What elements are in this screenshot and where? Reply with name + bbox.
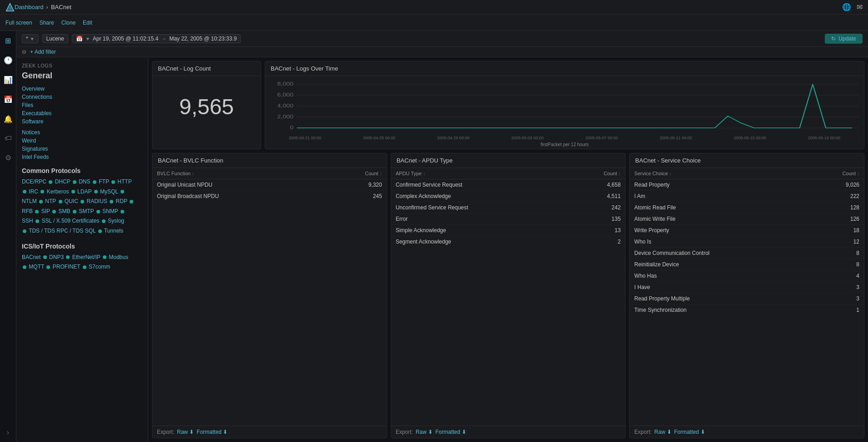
table-row[interactable]: Error135 xyxy=(391,213,626,225)
sidebar-link-overview[interactable]: Overview xyxy=(22,85,142,92)
proto-smb[interactable]: SMB xyxy=(59,208,71,214)
nav-icon-home[interactable]: ⊞ xyxy=(3,35,13,47)
apdu-export-raw[interactable]: Raw ⬇ xyxy=(416,429,433,435)
proto-sip[interactable]: SIP xyxy=(41,208,50,214)
proto-kerberos[interactable]: Kerberos xyxy=(47,188,69,195)
table-row[interactable]: I Am222 xyxy=(630,191,864,202)
table-row[interactable]: I Have3 xyxy=(630,282,864,293)
table-row[interactable]: Read Property9,026 xyxy=(630,179,864,191)
ics-protocol-list: BACnet DNP3 EtherNet/IP Modbus MQTT PROF… xyxy=(22,253,142,272)
table-row[interactable]: Simple Acknowledge13 xyxy=(391,225,626,236)
table-row[interactable]: Time Synchronization1 xyxy=(630,305,864,316)
proto-mqtt[interactable]: MQTT xyxy=(29,264,44,270)
globe-icon[interactable]: 🌐 xyxy=(842,3,851,11)
nav-icon-calendar[interactable]: 📅 xyxy=(2,93,15,106)
table-row[interactable]: Atomic Write File126 xyxy=(630,213,864,225)
edit-button[interactable]: Edit xyxy=(83,20,92,26)
proto-ssl[interactable]: SSL / X.509 Certificates xyxy=(41,218,99,224)
bvlc-export-raw[interactable]: Raw ⬇ xyxy=(177,429,194,435)
sort-icon[interactable]: ↕ xyxy=(669,171,671,176)
sort-icon[interactable]: ↕ xyxy=(618,171,621,176)
proto-dce-rpc[interactable]: DCE/RPC xyxy=(22,178,46,185)
sidebar-link-files[interactable]: Files xyxy=(22,102,142,109)
table-row[interactable]: Confirmed Service Request4,658 xyxy=(391,179,626,191)
nav-icon-clock[interactable]: 🕐 xyxy=(2,54,15,66)
proto-dns[interactable]: DNS xyxy=(79,178,90,185)
date-range-picker[interactable]: 📅 ▼ Apr 19, 2005 @ 11:02:15.4 → May 22, … xyxy=(72,34,241,43)
apdu-col1: APDU Type ↕ xyxy=(391,168,569,179)
sc-export-raw[interactable]: Raw ⬇ xyxy=(654,429,671,435)
sort-icon[interactable]: ↕ xyxy=(192,171,194,176)
table-row[interactable]: Unconfirmed Service Request242 xyxy=(391,202,626,213)
update-button[interactable]: ↻ Update xyxy=(825,34,863,44)
proto-mysql[interactable]: MySQL xyxy=(100,188,118,195)
sidebar-link-notices[interactable]: Notices xyxy=(22,129,142,136)
proto-syslog[interactable]: Syslog xyxy=(108,218,124,224)
proto-profinet[interactable]: PROFINET xyxy=(53,264,80,270)
share-button[interactable]: Share xyxy=(40,20,54,26)
proto-tds[interactable]: TDS / TDS RPC / TDS SQL xyxy=(29,228,96,234)
page-title: BACnet xyxy=(51,4,71,10)
sidebar-link-signatures[interactable]: Signatures xyxy=(22,145,142,152)
sort-icon[interactable]: ↕ xyxy=(380,171,382,176)
table-row[interactable]: Who Is12 xyxy=(630,236,864,248)
query-input-pill[interactable]: * ▼ xyxy=(22,34,39,43)
sidebar-link-weird[interactable]: Weird xyxy=(22,137,142,144)
proto-dhcp[interactable]: DHCP xyxy=(55,178,71,185)
mail-icon[interactable]: ✉ xyxy=(857,3,863,11)
proto-ftp[interactable]: FTP xyxy=(99,178,109,185)
sc-export-formatted[interactable]: Formatted ⬇ xyxy=(674,429,705,435)
proto-ssh[interactable]: SSH xyxy=(22,218,33,224)
proto-ntlm[interactable]: NTLM xyxy=(22,198,37,204)
sidebar-link-connections[interactable]: Connections xyxy=(22,93,142,101)
proto-smtp[interactable]: SMTP xyxy=(79,208,94,214)
table-row[interactable]: Atomic Read File128 xyxy=(630,202,864,213)
apdu-export-formatted[interactable]: Formatted ⬇ xyxy=(435,429,466,435)
bvlc-export-formatted[interactable]: Formatted ⬇ xyxy=(197,429,227,435)
nav-icon-alert[interactable]: 🔔 xyxy=(2,113,15,125)
sc-name-cell: Read Property Multiple xyxy=(630,293,808,305)
proto-irc[interactable]: IRC xyxy=(29,188,38,195)
proto-bacnet[interactable]: BACnet xyxy=(22,254,40,260)
proto-modbus[interactable]: Modbus xyxy=(109,254,128,260)
proto-ntp[interactable]: NTP xyxy=(45,198,56,204)
nav-icon-settings[interactable]: ⚙ xyxy=(3,152,13,164)
bvlc-col1: BVLC Function ↕ xyxy=(152,168,323,179)
proto-rfb[interactable]: RFB xyxy=(22,208,33,214)
proto-s7comm[interactable]: S7comm xyxy=(89,264,110,270)
fullscreen-button[interactable]: Full screen xyxy=(5,20,32,26)
proto-tunnels[interactable]: Tunnels xyxy=(104,228,123,234)
table-row[interactable]: Read Property Multiple3 xyxy=(630,293,864,305)
chart-area: 8,000 6,000 4,000 2,000 0 2005-04-21 00:… xyxy=(265,76,864,149)
sidebar-link-intel[interactable]: Intel Feeds xyxy=(22,153,142,161)
proto-http[interactable]: HTTP xyxy=(117,178,131,185)
sidebar-link-software[interactable]: Software xyxy=(22,118,142,125)
clone-button[interactable]: Clone xyxy=(61,20,76,26)
calendar-icon: 📅 xyxy=(76,36,83,42)
table-row[interactable]: Reinitialize Device8 xyxy=(630,259,864,270)
table-row[interactable]: Who Has4 xyxy=(630,270,864,282)
proto-quic[interactable]: QUIC xyxy=(65,198,78,204)
table-row[interactable]: Segment Acknowledge2 xyxy=(391,236,626,248)
add-filter-button[interactable]: + Add filter xyxy=(30,49,56,55)
bvlc-card: BACnet - BVLC Function BVLC Function ↕ xyxy=(152,153,387,438)
nav-icon-collapse[interactable]: › xyxy=(5,427,11,438)
dashboard-link[interactable]: Dashboard xyxy=(15,4,44,10)
sort-icon[interactable]: ↕ xyxy=(423,171,425,176)
table-row[interactable]: Original Broadcast NPDU245 xyxy=(152,191,387,202)
table-row[interactable]: Device Communication Control8 xyxy=(630,248,864,259)
lucene-badge[interactable]: Lucene xyxy=(42,34,68,43)
table-row[interactable]: Complex Acknowledge4,511 xyxy=(391,191,626,202)
proto-ldap[interactable]: LDAP xyxy=(77,188,91,195)
nav-icon-chart[interactable]: 📊 xyxy=(2,74,15,86)
proto-radius[interactable]: RADIUS xyxy=(87,198,107,204)
sort-icon[interactable]: ↕ xyxy=(857,171,859,176)
proto-rdp[interactable]: RDP xyxy=(116,198,127,204)
sidebar-link-executables[interactable]: Executables xyxy=(22,110,142,117)
proto-dnp3[interactable]: DNP3 xyxy=(49,254,64,260)
table-row[interactable]: Write Property18 xyxy=(630,225,864,236)
proto-ethernet-ip[interactable]: EtherNet/IP xyxy=(72,254,101,260)
nav-icon-tag[interactable]: 🏷 xyxy=(3,132,14,144)
table-row[interactable]: Original Unicast NPDU9,320 xyxy=(152,179,387,191)
proto-snmp[interactable]: SNMP xyxy=(102,208,118,214)
